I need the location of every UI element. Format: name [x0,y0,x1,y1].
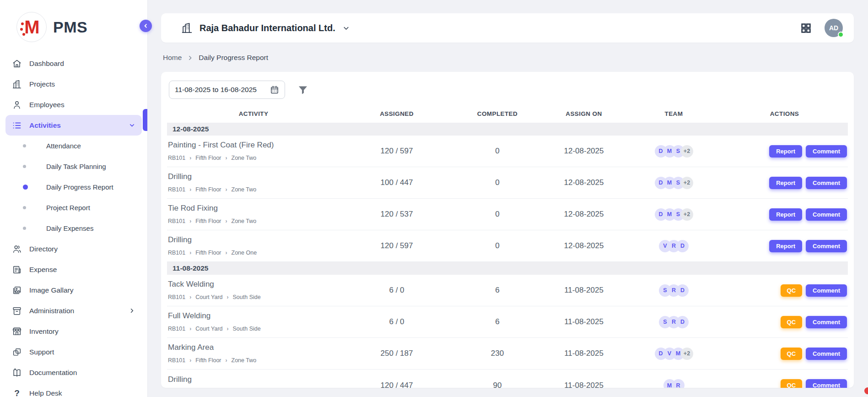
path-segment: South Side [233,294,261,300]
path-segment: RB101 [168,155,185,161]
sidebar-item-administration[interactable]: Administration [5,300,142,321]
sidebar-item-documentation[interactable]: Documentation [5,362,142,383]
chevron-right-icon: › [189,326,191,332]
team-more-badge[interactable]: +2 [681,177,693,189]
chevron-right-icon: › [189,186,191,193]
qc-button[interactable]: QC [781,316,803,328]
team-more-badge[interactable]: +2 [681,145,693,158]
floating-action-button-partial[interactable] [864,387,868,394]
list-icon [12,120,22,131]
activity-title: Drilling [168,375,340,384]
report-button[interactable]: Report [769,208,802,221]
activity-title: Drilling [168,235,340,245]
path-segment: Fifth Floor [195,250,221,256]
sidebar: M PMS DashboardProjectsEmployeesActiviti… [0,0,148,397]
sidebar-item-directory[interactable]: Directory [5,239,142,259]
date-range-input[interactable]: 11-08-2025 to 16-08-2025 [169,81,285,99]
assigned-cell: 120 / 537 [340,210,453,219]
sidebar-item-inventory[interactable]: Inventory [5,321,142,342]
qc-button[interactable]: QC [781,379,803,388]
sidebar-item-image-gallary[interactable]: Image Gallary [5,280,142,300]
breadcrumb-home[interactable]: Home [163,54,182,62]
comment-button[interactable]: Comment [806,284,847,297]
active-section-indicator [143,109,147,131]
chevron-right-icon: › [226,250,227,256]
comment-button[interactable]: Comment [806,316,847,328]
building-icon [12,79,22,89]
completed-cell: 230 [453,349,541,358]
report-button[interactable]: Report [769,145,802,158]
comment-button[interactable]: Comment [806,240,847,252]
qc-button[interactable]: QC [781,348,803,360]
company-selector[interactable]: Raja Bahadur International Ltd. [181,22,350,34]
sidebar-subitem-daily-expenses[interactable]: Daily Expenses [5,218,142,239]
chevron-right-icon: › [227,294,229,300]
actions-cell: QCComment [721,316,848,328]
sidebar-subitem-label: Project Report [46,204,90,212]
sidebar-item-label: Image Gallary [29,286,73,294]
completed-cell: 0 [453,178,541,187]
filter-funnel-icon[interactable] [297,84,308,95]
team-cell: DMS+2 [626,145,721,158]
assigned-cell: 120 / 597 [340,241,453,250]
apps-grid-icon[interactable] [800,22,812,34]
activity-cell: Full WeldingRB101›Court Yard›South Side [167,306,340,337]
actions-cell: ReportComment [721,145,848,158]
col-activity: ACTIVITY [167,110,340,117]
col-actions: ACTIONS [721,110,848,117]
sidebar-subitem-project-report[interactable]: Project Report [5,197,142,218]
book-icon [12,368,22,378]
funnel-icon [297,84,308,95]
comment-button[interactable]: Comment [806,348,847,360]
question-icon: ? [12,388,22,397]
activity-cell: Tack WeldingRB101›Court Yard›South Side [167,275,340,306]
report-button[interactable]: Report [769,240,802,252]
sidebar-item-expense[interactable]: Expense [5,259,142,280]
activity-cell: Tie Rod FixingRB101›Fifth Floor›Zone Two [167,199,340,230]
comment-button[interactable]: Comment [806,177,847,189]
path-segment: Zone Two [232,357,257,364]
qc-button[interactable]: QC [781,284,803,297]
sidebar-item-support[interactable]: Support [5,342,142,362]
team-member-avatar: D [676,316,689,328]
assigned-cell: 120 / 597 [340,147,453,156]
sidebar-item-help-desk[interactable]: ?Help Desk [5,383,142,397]
sidebar-collapse-button[interactable] [140,20,152,32]
chevron-right-icon: › [189,250,191,256]
path-segment: South Side [233,326,261,332]
activity-cell: DrillingRB101›Fifth Floor›Zone Two [167,370,340,388]
completed-cell: 0 [453,147,541,156]
sidebar-subitem-attendance[interactable]: Attendance [5,136,142,156]
table-row: Marking AreaRB101›Fifth Floor›Zone Two25… [167,338,848,370]
breadcrumb-current: Daily Progress Report [199,54,268,62]
path-segment: RB101 [168,186,185,193]
comment-button[interactable]: Comment [806,208,847,221]
bullet-icon [23,227,26,230]
path-segment: Fifth Floor [195,186,221,193]
sidebar-item-projects[interactable]: Projects [5,74,142,94]
comment-button[interactable]: Comment [806,379,847,388]
activity-title: Painting - First Coat (Fire Red) [168,141,340,150]
sidebar-subitem-daily-progress-report[interactable]: Daily Progress Report [5,177,142,197]
comment-button[interactable]: Comment [806,145,847,158]
sidebar-item-employees[interactable]: Employees [5,94,142,115]
bullet-icon [23,144,26,147]
content-card: 11-08-2025 to 16-08-2025 ACTIVITY ASSIGN… [161,72,854,388]
sidebar-item-activities[interactable]: Activities [5,115,142,136]
activity-title: Full Welding [168,311,340,321]
table-header-row: ACTIVITY ASSIGNED COMPLETED ASSIGN ON TE… [167,104,848,123]
sidebar-subitem-label: Daily Expenses [46,224,93,232]
user-avatar[interactable]: AD [825,19,843,37]
sidebar-item-dashboard[interactable]: Dashboard [5,53,142,74]
sidebar-item-label: Administration [29,307,74,315]
sidebar-item-label: Documentation [29,369,77,377]
sidebar-item-label: Help Desk [29,389,62,397]
chevron-right-icon: › [189,218,191,224]
report-button[interactable]: Report [769,177,802,189]
team-more-badge[interactable]: +2 [681,348,693,360]
team-more-badge[interactable]: +2 [681,208,693,221]
assigned-cell: 6 / 0 [340,286,453,295]
sidebar-subitem-daily-task-planning[interactable]: Daily Task Planning [5,156,142,177]
actions-cell: QCComment [721,379,848,388]
col-assigned: ASSIGNED [340,110,453,117]
